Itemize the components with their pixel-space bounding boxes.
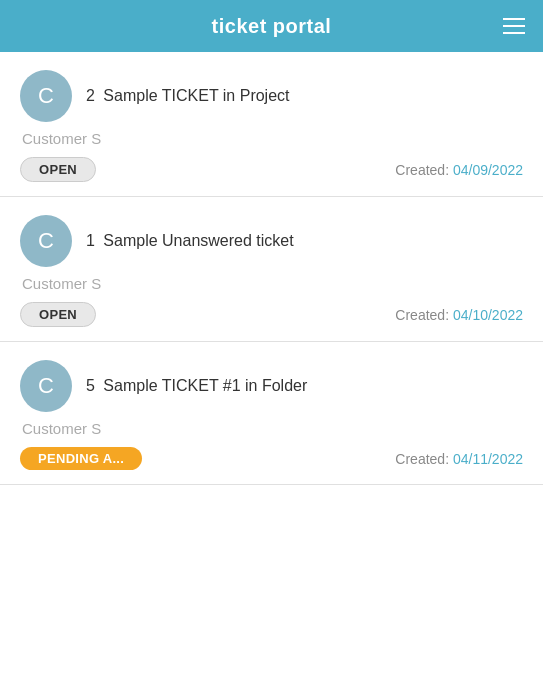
status-badge: OPEN [20, 157, 96, 182]
avatar: C [20, 70, 72, 122]
created-date: Created: 04/10/2022 [395, 307, 523, 323]
customer-name: Customer S [22, 275, 523, 292]
status-badge: PENDING A... [20, 447, 142, 470]
ticket-id: 2 [86, 87, 95, 104]
ticket-title: 2 Sample TICKET in Project [86, 87, 290, 105]
ticket-item[interactable]: C 5 Sample TICKET #1 in Folder Customer … [0, 342, 543, 485]
customer-name: Customer S [22, 130, 523, 147]
ticket-title: 1 Sample Unanswered ticket [86, 232, 294, 250]
header-title: ticket portal [212, 15, 332, 38]
created-label: Created: [395, 307, 449, 323]
status-badge: OPEN [20, 302, 96, 327]
ticket-id: 5 [86, 377, 95, 394]
ticket-item[interactable]: C 1 Sample Unanswered ticket Customer S … [0, 197, 543, 342]
header: ticket portal [0, 0, 543, 52]
avatar: C [20, 215, 72, 267]
ticket-item[interactable]: C 2 Sample TICKET in Project Customer S … [0, 52, 543, 197]
created-date: Created: 04/09/2022 [395, 162, 523, 178]
created-date: Created: 04/11/2022 [395, 451, 523, 467]
ticket-title: 5 Sample TICKET #1 in Folder [86, 377, 307, 395]
menu-icon[interactable] [503, 18, 525, 34]
created-label: Created: [395, 162, 449, 178]
ticket-list: C 2 Sample TICKET in Project Customer S … [0, 52, 543, 485]
created-label: Created: [395, 451, 449, 467]
avatar: C [20, 360, 72, 412]
customer-name: Customer S [22, 420, 523, 437]
ticket-id: 1 [86, 232, 95, 249]
